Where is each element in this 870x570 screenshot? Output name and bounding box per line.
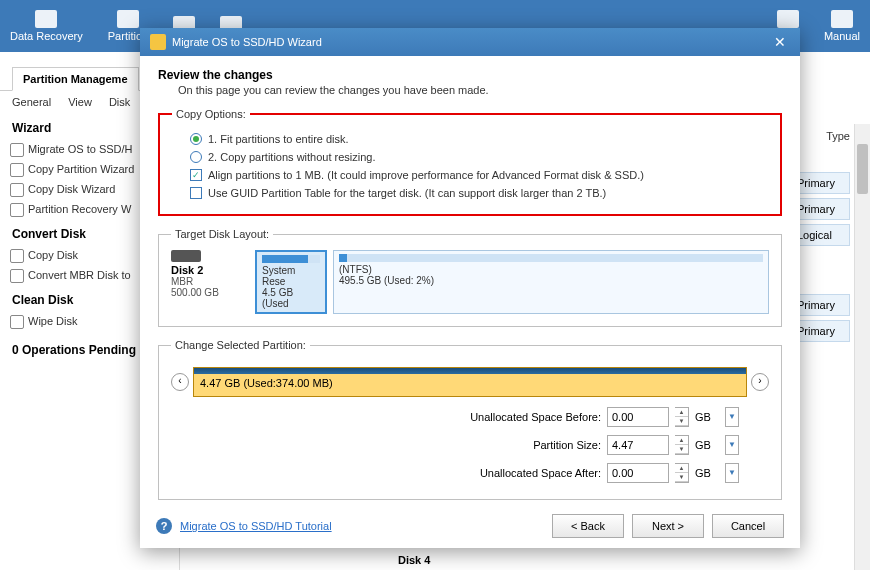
checkbox-icon[interactable]: [190, 187, 202, 199]
partition-size-input[interactable]: [607, 435, 669, 455]
disk-info: Disk 2 MBR 500.00 GB: [171, 250, 249, 314]
column-type-header: Type: [826, 130, 850, 142]
review-heading: Review the changes: [158, 68, 782, 82]
scrollbar-thumb[interactable]: [857, 144, 868, 194]
partition-name: (NTFS): [339, 264, 763, 275]
change-selected-partition-group: Change Selected Partition: ‹ 4.47 GB (Us…: [158, 339, 782, 500]
partition-icon: [117, 10, 139, 28]
partition-slider[interactable]: 4.47 GB (Used:374.00 MB): [193, 367, 747, 397]
back-button[interactable]: < Back: [552, 514, 624, 538]
wizard-icon: [150, 34, 166, 50]
copy-options-group: Copy Options: 1. Fit partitions to entir…: [158, 108, 782, 216]
opt-guid-table[interactable]: Use GUID Partition Table for the target …: [172, 184, 768, 202]
migrate-os-wizard-dialog: Migrate OS to SSD/HD Wizard ✕ Review the…: [140, 28, 800, 548]
dialog-footer: ? Migrate OS to SSD/HD Tutorial < Back N…: [140, 504, 800, 548]
field-label: Unallocated Space Before:: [451, 411, 601, 423]
unallocated-before-input[interactable]: [607, 407, 669, 427]
field-unallocated-before: Unallocated Space Before: ▲▼ GB ▼: [171, 403, 769, 431]
manual-icon: [831, 10, 853, 28]
radio-selected-icon[interactable]: [190, 133, 202, 145]
target-disk-layout-group: Target Disk Layout: Disk 2 MBR 500.00 GB…: [158, 228, 782, 327]
slider-prev-button[interactable]: ‹: [171, 373, 189, 391]
toolbar-manual[interactable]: Manual: [824, 10, 860, 42]
partition-ntfs[interactable]: (NTFS) 495.5 GB (Used: 2%): [333, 250, 769, 314]
menu-view[interactable]: View: [68, 96, 92, 108]
target-layout-legend: Target Disk Layout:: [171, 228, 273, 240]
menu-disk[interactable]: Disk: [109, 96, 130, 108]
disk-type: MBR: [171, 276, 249, 287]
slider-text: 4.47 GB (Used:374.00 MB): [194, 374, 746, 392]
spinner[interactable]: ▲▼: [675, 435, 689, 455]
chevron-up-icon[interactable]: ▲: [675, 408, 688, 417]
field-unallocated-after: Unallocated Space After: ▲▼ GB ▼: [171, 459, 769, 487]
partition-size: 4.5 GB (Used: [262, 287, 320, 309]
unit-dropdown[interactable]: ▼: [725, 435, 739, 455]
partition-size: 495.5 GB (Used: 2%): [339, 275, 763, 286]
data-recovery-icon: [35, 10, 57, 28]
radio-icon[interactable]: [190, 151, 202, 163]
field-label: Partition Size:: [451, 439, 601, 451]
toolbar-data-recovery[interactable]: Data Recovery: [10, 10, 83, 42]
dialog-title-text: Migrate OS to SSD/HD Wizard: [172, 36, 322, 48]
spinner[interactable]: ▲▼: [675, 463, 689, 483]
close-icon[interactable]: ✕: [770, 34, 790, 50]
next-button[interactable]: Next >: [632, 514, 704, 538]
chevron-down-icon[interactable]: ▼: [675, 417, 688, 426]
cancel-button[interactable]: Cancel: [712, 514, 784, 538]
field-partition-size: Partition Size: ▲▼ GB ▼: [171, 431, 769, 459]
unit-dropdown[interactable]: ▼: [725, 463, 739, 483]
disk-icon: [171, 250, 201, 262]
review-subtext: On this page you can review the changes …: [158, 82, 782, 96]
unit-label: GB: [695, 411, 719, 423]
spinner[interactable]: ▲▼: [675, 407, 689, 427]
checkbox-checked-icon[interactable]: ✓: [190, 169, 202, 181]
opt-label: Use GUID Partition Table for the target …: [208, 187, 606, 199]
unit-label: GB: [695, 467, 719, 479]
opt-without-resizing[interactable]: 2. Copy partitions without resizing.: [172, 148, 768, 166]
partition-system-reserved[interactable]: System Rese 4.5 GB (Used: [255, 250, 327, 314]
menu-general[interactable]: General: [12, 96, 51, 108]
opt-label: 1. Fit partitions to entire disk.: [208, 133, 349, 145]
unit-label: GB: [695, 439, 719, 451]
toolbar-label: Manual: [824, 30, 860, 42]
disk-name: Disk 2: [171, 264, 249, 276]
chevron-down-icon[interactable]: ▼: [675, 445, 688, 454]
toolbar-label: Data Recovery: [10, 30, 83, 42]
vertical-scrollbar[interactable]: [854, 124, 870, 570]
field-label: Unallocated Space After:: [451, 467, 601, 479]
disk-size: 500.00 GB: [171, 287, 249, 298]
unallocated-after-input[interactable]: [607, 463, 669, 483]
help-icon[interactable]: ?: [156, 518, 172, 534]
change-partition-legend: Change Selected Partition:: [171, 339, 310, 351]
tutorial-link[interactable]: Migrate OS to SSD/HD Tutorial: [180, 520, 332, 532]
disk4-label: Disk 4: [398, 554, 430, 566]
partition-name: System Rese: [262, 265, 320, 287]
opt-align-1mb[interactable]: ✓Align partitions to 1 MB. (It could imp…: [172, 166, 768, 184]
copy-options-legend: Copy Options:: [172, 108, 250, 120]
chevron-down-icon[interactable]: ▼: [675, 473, 688, 482]
chevron-up-icon[interactable]: ▲: [675, 464, 688, 473]
unit-dropdown[interactable]: ▼: [725, 407, 739, 427]
opt-label: 2. Copy partitions without resizing.: [208, 151, 376, 163]
opt-fit-entire-disk[interactable]: 1. Fit partitions to entire disk.: [172, 130, 768, 148]
dialog-titlebar[interactable]: Migrate OS to SSD/HD Wizard ✕: [140, 28, 800, 56]
opt-label: Align partitions to 1 MB. (It could impr…: [208, 169, 644, 181]
media-icon: [777, 10, 799, 28]
tab-partition-management[interactable]: Partition Manageme: [12, 67, 139, 91]
chevron-up-icon[interactable]: ▲: [675, 436, 688, 445]
slider-next-button[interactable]: ›: [751, 373, 769, 391]
